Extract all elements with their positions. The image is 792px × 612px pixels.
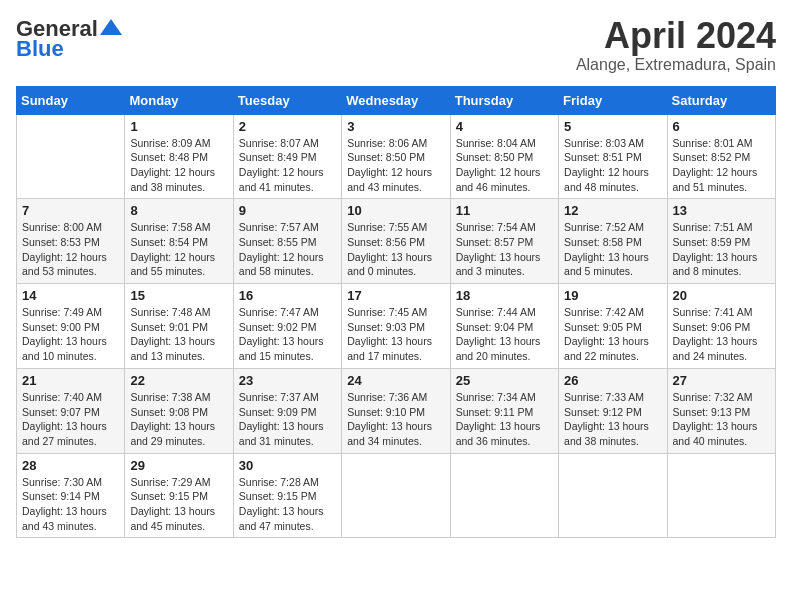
day-info: Sunrise: 7:40 AM Sunset: 9:07 PM Dayligh…: [22, 390, 119, 449]
day-info: Sunrise: 7:45 AM Sunset: 9:03 PM Dayligh…: [347, 305, 444, 364]
col-header-monday: Monday: [125, 86, 233, 114]
cell-week1-day1: [17, 114, 125, 199]
day-info: Sunrise: 7:52 AM Sunset: 8:58 PM Dayligh…: [564, 220, 661, 279]
day-info: Sunrise: 7:51 AM Sunset: 8:59 PM Dayligh…: [673, 220, 770, 279]
day-number: 28: [22, 458, 119, 473]
location-subtitle: Alange, Extremadura, Spain: [576, 56, 776, 74]
cell-week5-day1: 28Sunrise: 7:30 AM Sunset: 9:14 PM Dayli…: [17, 453, 125, 538]
col-header-saturday: Saturday: [667, 86, 775, 114]
day-number: 3: [347, 119, 444, 134]
cell-week5-day4: [342, 453, 450, 538]
day-number: 22: [130, 373, 227, 388]
day-info: Sunrise: 7:44 AM Sunset: 9:04 PM Dayligh…: [456, 305, 553, 364]
day-number: 12: [564, 203, 661, 218]
col-header-thursday: Thursday: [450, 86, 558, 114]
cell-week1-day2: 1Sunrise: 8:09 AM Sunset: 8:48 PM Daylig…: [125, 114, 233, 199]
day-number: 10: [347, 203, 444, 218]
day-info: Sunrise: 8:00 AM Sunset: 8:53 PM Dayligh…: [22, 220, 119, 279]
cell-week4-day6: 26Sunrise: 7:33 AM Sunset: 9:12 PM Dayli…: [559, 368, 667, 453]
col-header-sunday: Sunday: [17, 86, 125, 114]
day-info: Sunrise: 8:04 AM Sunset: 8:50 PM Dayligh…: [456, 136, 553, 195]
day-number: 29: [130, 458, 227, 473]
day-info: Sunrise: 8:06 AM Sunset: 8:50 PM Dayligh…: [347, 136, 444, 195]
day-info: Sunrise: 7:55 AM Sunset: 8:56 PM Dayligh…: [347, 220, 444, 279]
cell-week1-day3: 2Sunrise: 8:07 AM Sunset: 8:49 PM Daylig…: [233, 114, 341, 199]
day-number: 13: [673, 203, 770, 218]
cell-week5-day7: [667, 453, 775, 538]
day-number: 24: [347, 373, 444, 388]
day-number: 2: [239, 119, 336, 134]
week-row-1: 1Sunrise: 8:09 AM Sunset: 8:48 PM Daylig…: [17, 114, 776, 199]
svg-marker-0: [100, 19, 122, 35]
day-info: Sunrise: 7:28 AM Sunset: 9:15 PM Dayligh…: [239, 475, 336, 534]
day-number: 20: [673, 288, 770, 303]
day-info: Sunrise: 7:57 AM Sunset: 8:55 PM Dayligh…: [239, 220, 336, 279]
day-info: Sunrise: 7:30 AM Sunset: 9:14 PM Dayligh…: [22, 475, 119, 534]
cell-week3-day1: 14Sunrise: 7:49 AM Sunset: 9:00 PM Dayli…: [17, 284, 125, 369]
cell-week1-day6: 5Sunrise: 8:03 AM Sunset: 8:51 PM Daylig…: [559, 114, 667, 199]
cell-week1-day4: 3Sunrise: 8:06 AM Sunset: 8:50 PM Daylig…: [342, 114, 450, 199]
day-number: 14: [22, 288, 119, 303]
day-number: 6: [673, 119, 770, 134]
day-number: 8: [130, 203, 227, 218]
day-info: Sunrise: 7:54 AM Sunset: 8:57 PM Dayligh…: [456, 220, 553, 279]
day-info: Sunrise: 8:09 AM Sunset: 8:48 PM Dayligh…: [130, 136, 227, 195]
title-area: April 2024 Alange, Extremadura, Spain: [576, 16, 776, 74]
calendar-table: SundayMondayTuesdayWednesdayThursdayFrid…: [16, 86, 776, 539]
week-row-3: 14Sunrise: 7:49 AM Sunset: 9:00 PM Dayli…: [17, 284, 776, 369]
col-header-tuesday: Tuesday: [233, 86, 341, 114]
day-number: 17: [347, 288, 444, 303]
day-info: Sunrise: 7:29 AM Sunset: 9:15 PM Dayligh…: [130, 475, 227, 534]
cell-week4-day4: 24Sunrise: 7:36 AM Sunset: 9:10 PM Dayli…: [342, 368, 450, 453]
day-info: Sunrise: 7:37 AM Sunset: 9:09 PM Dayligh…: [239, 390, 336, 449]
cell-week5-day5: [450, 453, 558, 538]
cell-week2-day3: 9Sunrise: 7:57 AM Sunset: 8:55 PM Daylig…: [233, 199, 341, 284]
day-info: Sunrise: 7:32 AM Sunset: 9:13 PM Dayligh…: [673, 390, 770, 449]
day-info: Sunrise: 8:07 AM Sunset: 8:49 PM Dayligh…: [239, 136, 336, 195]
day-number: 4: [456, 119, 553, 134]
col-header-wednesday: Wednesday: [342, 86, 450, 114]
day-info: Sunrise: 8:01 AM Sunset: 8:52 PM Dayligh…: [673, 136, 770, 195]
day-info: Sunrise: 7:49 AM Sunset: 9:00 PM Dayligh…: [22, 305, 119, 364]
cell-week1-day5: 4Sunrise: 8:04 AM Sunset: 8:50 PM Daylig…: [450, 114, 558, 199]
cell-week2-day2: 8Sunrise: 7:58 AM Sunset: 8:54 PM Daylig…: [125, 199, 233, 284]
day-info: Sunrise: 8:03 AM Sunset: 8:51 PM Dayligh…: [564, 136, 661, 195]
month-title: April 2024: [576, 16, 776, 56]
day-number: 1: [130, 119, 227, 134]
day-info: Sunrise: 7:42 AM Sunset: 9:05 PM Dayligh…: [564, 305, 661, 364]
day-info: Sunrise: 7:41 AM Sunset: 9:06 PM Dayligh…: [673, 305, 770, 364]
day-info: Sunrise: 7:38 AM Sunset: 9:08 PM Dayligh…: [130, 390, 227, 449]
cell-week2-day7: 13Sunrise: 7:51 AM Sunset: 8:59 PM Dayli…: [667, 199, 775, 284]
cell-week3-day7: 20Sunrise: 7:41 AM Sunset: 9:06 PM Dayli…: [667, 284, 775, 369]
col-header-friday: Friday: [559, 86, 667, 114]
week-row-5: 28Sunrise: 7:30 AM Sunset: 9:14 PM Dayli…: [17, 453, 776, 538]
cell-week2-day6: 12Sunrise: 7:52 AM Sunset: 8:58 PM Dayli…: [559, 199, 667, 284]
cell-week3-day5: 18Sunrise: 7:44 AM Sunset: 9:04 PM Dayli…: [450, 284, 558, 369]
day-number: 25: [456, 373, 553, 388]
cell-week4-day3: 23Sunrise: 7:37 AM Sunset: 9:09 PM Dayli…: [233, 368, 341, 453]
day-info: Sunrise: 7:58 AM Sunset: 8:54 PM Dayligh…: [130, 220, 227, 279]
header: General Blue April 2024 Alange, Extremad…: [16, 16, 776, 74]
header-row: SundayMondayTuesdayWednesdayThursdayFrid…: [17, 86, 776, 114]
cell-week1-day7: 6Sunrise: 8:01 AM Sunset: 8:52 PM Daylig…: [667, 114, 775, 199]
logo-icon: [100, 19, 122, 35]
day-info: Sunrise: 7:36 AM Sunset: 9:10 PM Dayligh…: [347, 390, 444, 449]
cell-week2-day5: 11Sunrise: 7:54 AM Sunset: 8:57 PM Dayli…: [450, 199, 558, 284]
day-number: 15: [130, 288, 227, 303]
cell-week3-day6: 19Sunrise: 7:42 AM Sunset: 9:05 PM Dayli…: [559, 284, 667, 369]
cell-week4-day2: 22Sunrise: 7:38 AM Sunset: 9:08 PM Dayli…: [125, 368, 233, 453]
day-info: Sunrise: 7:48 AM Sunset: 9:01 PM Dayligh…: [130, 305, 227, 364]
day-number: 9: [239, 203, 336, 218]
day-info: Sunrise: 7:33 AM Sunset: 9:12 PM Dayligh…: [564, 390, 661, 449]
cell-week5-day3: 30Sunrise: 7:28 AM Sunset: 9:15 PM Dayli…: [233, 453, 341, 538]
cell-week4-day7: 27Sunrise: 7:32 AM Sunset: 9:13 PM Dayli…: [667, 368, 775, 453]
day-number: 16: [239, 288, 336, 303]
day-number: 11: [456, 203, 553, 218]
day-number: 7: [22, 203, 119, 218]
cell-week5-day2: 29Sunrise: 7:29 AM Sunset: 9:15 PM Dayli…: [125, 453, 233, 538]
day-number: 5: [564, 119, 661, 134]
day-number: 19: [564, 288, 661, 303]
cell-week2-day1: 7Sunrise: 8:00 AM Sunset: 8:53 PM Daylig…: [17, 199, 125, 284]
cell-week5-day6: [559, 453, 667, 538]
cell-week3-day3: 16Sunrise: 7:47 AM Sunset: 9:02 PM Dayli…: [233, 284, 341, 369]
